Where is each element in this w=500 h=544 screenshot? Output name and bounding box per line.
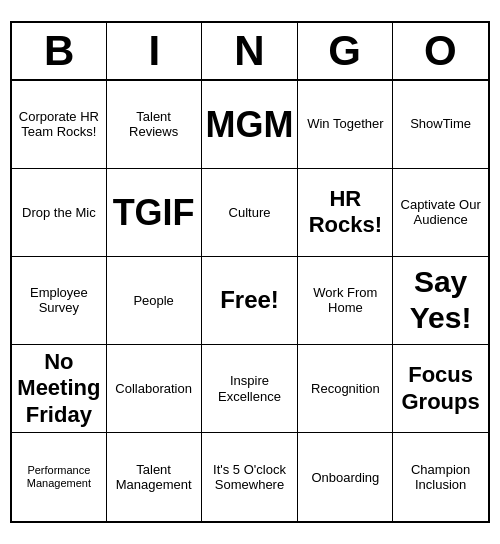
bingo-cell-8: Culture: [202, 169, 299, 257]
bingo-cell-19: Recognition: [298, 345, 393, 433]
bingo-cell-7: TGIF: [107, 169, 202, 257]
bingo-cell-10: Captivate Our Audience: [393, 169, 488, 257]
bingo-cell-5: ShowTime: [393, 81, 488, 169]
bingo-header: BINGO: [12, 23, 488, 81]
bingo-grid: Corporate HR Team Rocks!Talent ReviewsMG…: [12, 81, 488, 522]
bingo-cell-22: Talent Management: [107, 433, 202, 521]
bingo-cell-4: Win Together: [298, 81, 393, 169]
bingo-letter-b: B: [12, 23, 107, 79]
bingo-cell-14: Work From Home: [298, 257, 393, 345]
bingo-cell-1: Corporate HR Team Rocks!: [12, 81, 107, 169]
bingo-cell-21: Performance Management: [12, 433, 107, 521]
bingo-letter-i: I: [107, 23, 202, 79]
bingo-cell-9: HR Rocks!: [298, 169, 393, 257]
bingo-cell-3: MGM: [202, 81, 299, 169]
bingo-cell-17: Collaboration: [107, 345, 202, 433]
bingo-cell-25: Champion Inclusion: [393, 433, 488, 521]
bingo-letter-g: G: [298, 23, 393, 79]
bingo-cell-13: Free!: [202, 257, 299, 345]
bingo-cell-24: Onboarding: [298, 433, 393, 521]
bingo-cell-20: Focus Groups: [393, 345, 488, 433]
bingo-cell-15: Say Yes!: [393, 257, 488, 345]
bingo-cell-12: People: [107, 257, 202, 345]
bingo-cell-18: Inspire Excellence: [202, 345, 299, 433]
bingo-letter-o: O: [393, 23, 488, 79]
bingo-cell-23: It's 5 O'clock Somewhere: [202, 433, 299, 521]
bingo-cell-2: Talent Reviews: [107, 81, 202, 169]
bingo-cell-6: Drop the Mic: [12, 169, 107, 257]
bingo-cell-11: Employee Survey: [12, 257, 107, 345]
bingo-letter-n: N: [202, 23, 297, 79]
bingo-cell-16: No Meeting Friday: [12, 345, 107, 433]
bingo-card: BINGO Corporate HR Team Rocks!Talent Rev…: [10, 21, 490, 524]
